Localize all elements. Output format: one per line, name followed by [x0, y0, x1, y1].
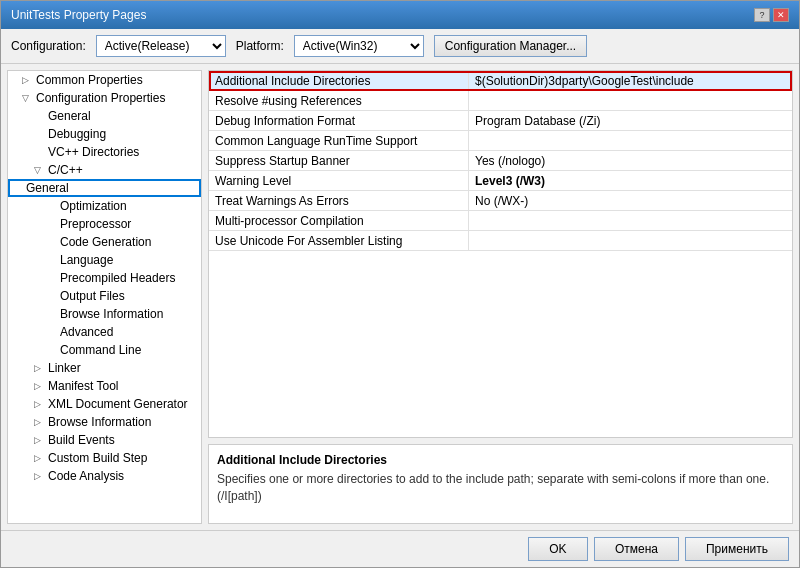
sidebar-item-language[interactable]: Language — [8, 251, 201, 269]
sidebar-item-build-events[interactable]: ▷Build Events — [8, 431, 201, 449]
props-key-use-unicode: Use Unicode For Assembler Listing — [209, 231, 469, 250]
props-key-common-language: Common Language RunTime Support — [209, 131, 469, 150]
title-bar-controls: ? ✕ — [754, 8, 789, 22]
sidebar-item-label-output-files: Output Files — [60, 289, 125, 303]
sidebar-item-label-command-line: Command Line — [60, 343, 141, 357]
props-row-treat-warnings[interactable]: Treat Warnings As ErrorsNo (/WX-) — [209, 191, 792, 211]
sidebar-item-optimization[interactable]: Optimization — [8, 197, 201, 215]
sidebar-item-manifest-tool[interactable]: ▷Manifest Tool — [8, 377, 201, 395]
props-value-add-include-dirs: $(SolutionDir)3dparty\GoogleTest\include — [469, 71, 792, 90]
content-area: ▷Common Properties▽Configuration Propert… — [1, 64, 799, 530]
props-row-suppress-banner[interactable]: Suppress Startup BannerYes (/nologo) — [209, 151, 792, 171]
props-row-common-language[interactable]: Common Language RunTime Support — [209, 131, 792, 151]
config-select[interactable]: Active(Release) — [96, 35, 226, 57]
sidebar-item-label-advanced: Advanced — [60, 325, 113, 339]
tree-arrow-build-events: ▷ — [34, 435, 46, 445]
sidebar-item-label-custom-build: Custom Build Step — [48, 451, 147, 465]
sidebar-item-code-generation[interactable]: Code Generation — [8, 233, 201, 251]
config-label: Configuration: — [11, 39, 86, 53]
sidebar-item-label-manifest-tool: Manifest Tool — [48, 379, 118, 393]
props-row-warning-level[interactable]: Warning LevelLevel3 (/W3) — [209, 171, 792, 191]
sidebar-item-label-xml-document: XML Document Generator — [48, 397, 188, 411]
props-value-resolve-using — [469, 91, 792, 110]
toolbar: Configuration: Active(Release) Platform:… — [1, 29, 799, 64]
props-value-warning-level: Level3 (/W3) — [469, 171, 792, 190]
sidebar-item-label-debugging: Debugging — [48, 127, 106, 141]
dialog-title: UnitTests Property Pages — [11, 8, 146, 22]
sidebar-item-general[interactable]: General — [8, 107, 201, 125]
props-value-debug-info-format: Program Database (/Zi) — [469, 111, 792, 130]
props-row-resolve-using[interactable]: Resolve #using References — [209, 91, 792, 111]
props-key-suppress-banner: Suppress Startup Banner — [209, 151, 469, 170]
sidebar-item-linker[interactable]: ▷Linker — [8, 359, 201, 377]
tree-arrow-configuration-properties: ▽ — [22, 93, 34, 103]
sidebar-item-precompiled-headers[interactable]: Precompiled Headers — [8, 269, 201, 287]
tree-arrow-common-properties: ▷ — [22, 75, 34, 85]
sidebar-item-label-c-cpp: C/C++ — [48, 163, 83, 177]
platform-label: Platform: — [236, 39, 284, 53]
config-manager-button[interactable]: Configuration Manager... — [434, 35, 587, 57]
properties-table: Additional Include Directories$(Solution… — [208, 70, 793, 438]
left-panel: ▷Common Properties▽Configuration Propert… — [7, 70, 202, 524]
sidebar-item-label-build-events: Build Events — [48, 433, 115, 447]
tree-arrow-manifest-tool: ▷ — [34, 381, 46, 391]
sidebar-item-label-common-properties: Common Properties — [36, 73, 143, 87]
sidebar-item-label-code-generation: Code Generation — [60, 235, 151, 249]
sidebar-item-vc-directories[interactable]: VC++ Directories — [8, 143, 201, 161]
tree-arrow-linker: ▷ — [34, 363, 46, 373]
props-value-treat-warnings: No (/WX-) — [469, 191, 792, 210]
sidebar-item-browse-info[interactable]: Browse Information — [8, 305, 201, 323]
sidebar-item-configuration-properties[interactable]: ▽Configuration Properties — [8, 89, 201, 107]
sidebar-item-custom-build[interactable]: ▷Custom Build Step — [8, 449, 201, 467]
props-value-use-unicode — [469, 231, 792, 250]
props-row-use-unicode[interactable]: Use Unicode For Assembler Listing — [209, 231, 792, 251]
props-value-suppress-banner: Yes (/nologo) — [469, 151, 792, 170]
sidebar-item-command-line[interactable]: Command Line — [8, 341, 201, 359]
sidebar-item-label-browse-information: Browse Information — [48, 415, 151, 429]
help-button[interactable]: ? — [754, 8, 770, 22]
property-pages-dialog: UnitTests Property Pages ? ✕ Configurati… — [0, 0, 800, 568]
props-value-common-language — [469, 131, 792, 150]
props-row-add-include-dirs[interactable]: Additional Include Directories$(Solution… — [209, 71, 792, 91]
sidebar-item-label-preprocessor: Preprocessor — [60, 217, 131, 231]
sidebar-item-common-properties[interactable]: ▷Common Properties — [8, 71, 201, 89]
cancel-button[interactable]: Отмена — [594, 537, 679, 561]
tree-arrow-c-cpp: ▽ — [34, 165, 46, 175]
close-button[interactable]: ✕ — [773, 8, 789, 22]
sidebar-item-label-vc-directories: VC++ Directories — [48, 145, 139, 159]
sidebar-item-preprocessor[interactable]: Preprocessor — [8, 215, 201, 233]
sidebar-item-label-general: General — [48, 109, 91, 123]
sidebar-item-label-general-cpp: General — [26, 181, 69, 195]
description-text: Specifies one or more directories to add… — [217, 471, 784, 505]
sidebar-item-label-precompiled-headers: Precompiled Headers — [60, 271, 175, 285]
props-row-debug-info-format[interactable]: Debug Information FormatProgram Database… — [209, 111, 792, 131]
sidebar-item-debugging[interactable]: Debugging — [8, 125, 201, 143]
sidebar-item-c-cpp[interactable]: ▽C/C++ — [8, 161, 201, 179]
props-key-warning-level: Warning Level — [209, 171, 469, 190]
tree-arrow-code-analysis: ▷ — [34, 471, 46, 481]
sidebar-item-browse-information[interactable]: ▷Browse Information — [8, 413, 201, 431]
right-panel: Additional Include Directories$(Solution… — [208, 70, 793, 524]
apply-button[interactable]: Применить — [685, 537, 789, 561]
description-box: Additional Include Directories Specifies… — [208, 444, 793, 524]
sidebar-item-xml-document[interactable]: ▷XML Document Generator — [8, 395, 201, 413]
sidebar-item-label-optimization: Optimization — [60, 199, 127, 213]
sidebar-item-advanced[interactable]: Advanced — [8, 323, 201, 341]
props-key-debug-info-format: Debug Information Format — [209, 111, 469, 130]
ok-button[interactable]: OK — [528, 537, 588, 561]
props-value-multiprocessor — [469, 211, 792, 230]
sidebar-item-label-configuration-properties: Configuration Properties — [36, 91, 165, 105]
platform-select[interactable]: Active(Win32) — [294, 35, 424, 57]
props-key-treat-warnings: Treat Warnings As Errors — [209, 191, 469, 210]
props-key-add-include-dirs: Additional Include Directories — [209, 71, 469, 90]
tree-arrow-browse-information: ▷ — [34, 417, 46, 427]
sidebar-item-label-browse-info: Browse Information — [60, 307, 163, 321]
title-bar: UnitTests Property Pages ? ✕ — [1, 1, 799, 29]
sidebar-item-label-code-analysis: Code Analysis — [48, 469, 124, 483]
tree-arrow-custom-build: ▷ — [34, 453, 46, 463]
sidebar-item-general-cpp[interactable]: General — [8, 179, 201, 197]
props-key-multiprocessor: Multi-processor Compilation — [209, 211, 469, 230]
sidebar-item-output-files[interactable]: Output Files — [8, 287, 201, 305]
props-row-multiprocessor[interactable]: Multi-processor Compilation — [209, 211, 792, 231]
sidebar-item-code-analysis[interactable]: ▷Code Analysis — [8, 467, 201, 485]
